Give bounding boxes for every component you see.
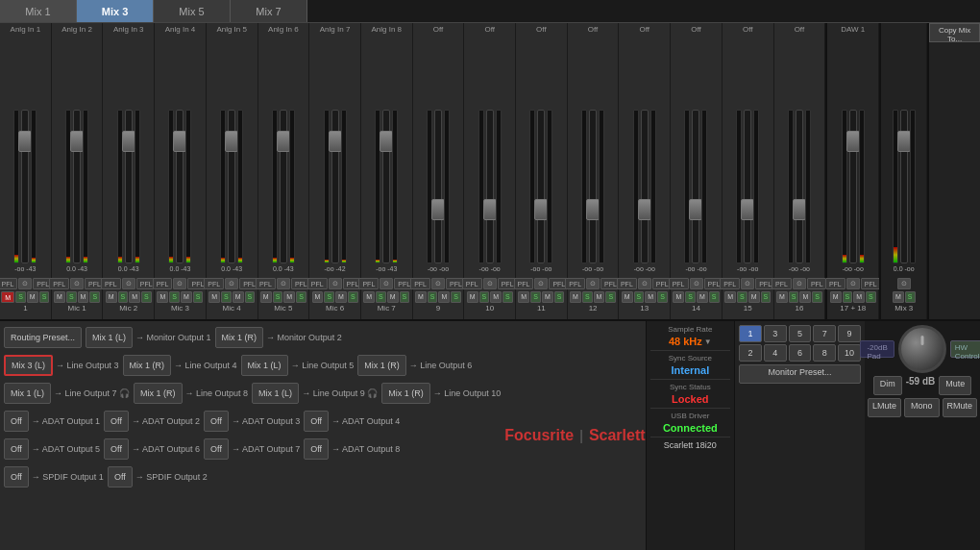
num-btn-5[interactable]: 5 [789,325,812,342]
num-btn-4[interactable]: 4 [764,344,787,362]
channel-strip-17-18: DAW 1 -oo -oo PFL ⊙ PFL M S M S 17 + 18 [825,23,879,319]
tab-mix7[interactable]: Mix 7 [231,0,307,22]
fader-9[interactable] [434,110,442,263]
fader-mix3[interactable] [900,110,908,263]
channel-strip-mix3: x 0.0 -oo ⊙ M S Mix 3 [879,23,927,319]
routing-pair-line7: Mix 1 (L) → Line Output 7 🎧 [4,383,130,404]
fader-4[interactable] [176,110,184,263]
divider-4 [650,437,731,438]
channel-strip-7: Anlg In 7 -oo -42 PFL ⊙ PFL M S M S Mic … [309,23,361,319]
fader-10[interactable] [486,110,494,263]
fader-17[interactable] [849,110,857,263]
routing-row-5: Off → SPDIF Output 1 Off → SPDIF Output … [4,464,501,489]
routing-pair-spdif1: Off → SPDIF Output 1 [4,466,104,488]
mix1-l-btn[interactable]: Mix 1 (L) [86,327,133,348]
fader-16[interactable] [796,110,803,263]
num-btn-9[interactable]: 9 [838,325,861,342]
lmute-button[interactable]: LMute [868,398,901,417]
num-btn-6[interactable]: 6 [789,344,812,362]
off-adat5-btn[interactable]: Off [4,438,29,460]
tab-mix3[interactable]: Mix 3 [77,0,154,22]
fader-5[interactable] [228,110,235,263]
off-adat1-btn[interactable]: Off [4,411,29,432]
pfl-btn-2[interactable]: PFL [49,278,69,289]
mix1-r-hp2-btn[interactable]: Mix 1 (R) [381,383,430,404]
off-adat4-btn[interactable]: Off [304,411,329,432]
mix1-r-btn-3[interactable]: Mix 1 (R) [357,355,406,376]
pad-button[interactable]: -20dB Pad [860,340,894,358]
scarlett-product-text: Scarlett [589,427,646,444]
arrow-line10: → Line Output 10 [433,388,502,398]
meter-r-2 [83,110,88,263]
mix1-l-hp2-btn[interactable]: Mix 1 (L) [252,383,299,404]
mix1-l-btn-2[interactable]: Mix 1 (L) [241,355,288,376]
usb-driver-label: USB Driver [671,412,709,420]
m-btn-2b[interactable]: M [78,291,89,303]
num-btn-7[interactable]: 7 [813,325,836,342]
off-spdif2-btn[interactable]: Off [108,466,133,488]
routing-pair-line4: Mix 1 (R) → Line Output 4 [123,355,237,376]
s-btn-1[interactable]: S [15,291,26,303]
mix3-l-btn[interactable]: Mix 3 (L) [4,355,53,376]
routing-preset-button[interactable]: Routing Preset... [4,327,82,348]
link-btn-1[interactable]: ⊙ [18,278,32,289]
channel-strip-13: Off -oo -oo PFL ⊙ PFL M S M S 13 [619,23,671,319]
fader-11[interactable] [537,110,545,263]
fader-13[interactable] [641,110,649,263]
fader-2[interactable] [73,110,81,263]
fader-6[interactable] [280,110,287,263]
s-btn-2b[interactable]: S [89,291,100,303]
routing-pair-adat4: Off → ADAT Output 4 [304,411,400,432]
s-btn-2[interactable]: S [66,291,77,303]
off-adat6-btn[interactable]: Off [104,438,129,460]
num-btn-10[interactable]: 10 [838,344,861,362]
copy-mix-to-button[interactable]: Copy Mix To... [929,23,980,42]
mono-button[interactable]: Mono [904,398,940,417]
dim-button[interactable]: Dim [873,376,902,395]
monitor-preset-button[interactable]: Monitor Preset... [739,364,861,384]
num-btn-3[interactable]: 3 [764,325,787,342]
tab-mix5[interactable]: Mix 5 [154,0,231,22]
off-adat2-btn[interactable]: Off [104,411,129,432]
mixer-area: Anlg In 1 -oo -43 PFL ⊙ PFL M S M S 1 An… [0,23,980,321]
sample-rate-dropdown-icon[interactable]: ▼ [704,338,712,346]
rmute-button[interactable]: RMute [943,398,978,417]
m-btn-1[interactable]: M [1,291,14,303]
pfl-btn-3[interactable]: PFL [101,278,121,289]
routing-pair-adat3: Off → ADAT Output 3 [204,411,300,432]
mix1-r-btn-2[interactable]: Mix 1 (R) [123,355,172,376]
fader-12[interactable] [589,110,597,263]
routing-pair-adat6: Off → ADAT Output 6 [104,438,200,460]
off-adat3-btn[interactable]: Off [204,411,229,432]
mute-button[interactable]: Mute [939,376,971,395]
fader-3[interactable] [125,110,133,263]
off-spdif1-btn[interactable]: Off [4,466,29,488]
hw-control-button[interactable]: HW Control [950,340,980,358]
fader-1[interactable] [21,110,29,263]
num-btn-2[interactable]: 2 [739,344,762,362]
off-adat8-btn[interactable]: Off [304,438,329,460]
mix1-r-hp-btn[interactable]: Mix 1 (R) [134,383,183,404]
fader-15[interactable] [744,110,751,263]
mix1-r-btn[interactable]: Mix 1 (R) [215,327,264,348]
link-btn-2[interactable]: ⊙ [70,278,84,289]
volume-knob[interactable] [898,325,946,373]
off-adat7-btn[interactable]: Off [204,438,229,460]
m-btn-2[interactable]: M [54,291,65,303]
num-btn-8[interactable]: 8 [813,344,836,362]
arrow-line5: → Line Output 5 [291,361,355,370]
fader-14[interactable] [692,110,699,263]
monitor-section: 1 3 5 7 9 2 4 6 8 10 Monitor Preset... [735,321,865,550]
ch-label-3: Anlg In 3 [104,25,153,34]
divider-3 [650,408,731,409]
tab-mix1[interactable]: Mix 1 [0,0,77,22]
fader-8[interactable] [382,110,390,263]
num-btn-1[interactable]: 1 [739,325,762,342]
pfl-btn-1[interactable]: PFL [0,278,17,289]
sync-status-label: Sync Status [670,383,711,391]
fader-area-2 [53,34,102,265]
mix1-l-hp-btn[interactable]: Mix 1 (L) [4,383,51,404]
s-btn-1b[interactable]: S [39,291,50,303]
fader-7[interactable] [331,110,339,263]
m-btn-1b[interactable]: M [27,291,38,303]
